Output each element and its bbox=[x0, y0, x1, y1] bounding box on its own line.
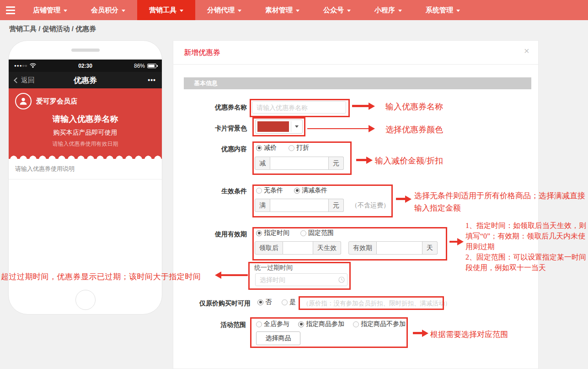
chevron-down-icon bbox=[296, 10, 299, 14]
top-nav: 店铺管理 会员积分 营销工具 分销代理 素材管理 公众号 小程序 系统管理 bbox=[0, 0, 588, 20]
wifi-icon bbox=[30, 63, 36, 68]
radio-icon bbox=[300, 230, 306, 236]
radio-specified-products[interactable]: 指定商品参加 bbox=[298, 320, 344, 328]
radio-specified-time[interactable]: 指定时间 bbox=[256, 229, 289, 237]
annotation-expire: 超过过期时间，优惠券显示已过期；该时间大于指定时间 bbox=[1, 271, 201, 282]
coupon-name-input[interactable] bbox=[252, 101, 346, 114]
annotation-arrow-validity bbox=[449, 241, 457, 243]
nav-item-marketing[interactable]: 营销工具 bbox=[137, 0, 195, 20]
store-name: 爱可罗会员店 bbox=[36, 97, 77, 106]
suffix-yuan: 元 bbox=[329, 199, 344, 212]
annotation-arrow-color bbox=[307, 128, 369, 129]
radio-fixed-range[interactable]: 固定范围 bbox=[300, 229, 334, 237]
reduce-amount-input[interactable] bbox=[270, 157, 329, 170]
annotation-arrow-content bbox=[356, 159, 366, 161]
color-picker-dropdown[interactable] bbox=[255, 119, 303, 134]
radio-icon bbox=[289, 145, 294, 151]
radio-discount[interactable]: 打折 bbox=[289, 144, 309, 152]
store-avatar bbox=[15, 93, 32, 109]
phone-status-bar: ●●●○○ 02:30 86% bbox=[9, 60, 162, 72]
annotation-color: 选择优惠券颜色 bbox=[385, 124, 443, 135]
annotation-arrow-scope bbox=[413, 332, 422, 334]
original-price-radios: 否 是 bbox=[257, 298, 296, 306]
chevron-left-icon bbox=[14, 77, 20, 83]
annotation-validity-line2: 2、固定范围：可以设置指定某一时间段使用，例如双十一当天 bbox=[465, 252, 587, 273]
nav-item-material[interactable]: 素材管理 bbox=[253, 0, 311, 20]
radio-excluded-products[interactable]: 指定商品不参加 bbox=[353, 320, 406, 328]
original-price-label: 仅原价购买时可用 bbox=[178, 299, 251, 308]
chevron-down-icon bbox=[291, 125, 302, 129]
radio-icon bbox=[294, 188, 300, 194]
hamburger-icon[interactable] bbox=[0, 0, 21, 20]
validity-radios: 指定时间 固定范围 bbox=[256, 229, 334, 237]
suffix-yuan: 元 bbox=[329, 157, 344, 170]
annotation-arrow-name bbox=[352, 105, 369, 107]
radio-icon bbox=[256, 321, 262, 327]
annotation-arrow-condition bbox=[396, 198, 405, 200]
radio-icon bbox=[282, 299, 288, 305]
signal-dots: ●●●○○ bbox=[14, 64, 27, 68]
shipping-note: （不含运费） bbox=[351, 201, 390, 210]
person-icon bbox=[18, 96, 28, 106]
original-price-hint: （原价指：没有参加会员折扣、限时折扣、满减活动） bbox=[303, 299, 451, 308]
phone-nav-bar: 返回 优惠券 ••• bbox=[9, 72, 162, 88]
threshold-amount-input[interactable] bbox=[270, 199, 329, 212]
radio-icon bbox=[256, 188, 262, 194]
threshold-amount-group: 满 元 bbox=[255, 199, 344, 212]
panel-title: 新增优惠券 bbox=[184, 48, 220, 58]
page: 店铺管理 会员积分 营销工具 分销代理 素材管理 公众号 小程序 系统管理 营销… bbox=[0, 0, 588, 369]
divider bbox=[173, 64, 538, 65]
coupon-date-hint-preview: 请输入优惠券使用有效日期 bbox=[15, 140, 155, 148]
radio-threshold-condition[interactable]: 满减条件 bbox=[294, 186, 327, 195]
breadcrumb: 营销工具 / 促销活动 / 优惠券 bbox=[9, 25, 96, 33]
coupon-title-preview: 请输入优惠券名称 bbox=[15, 114, 155, 125]
suffix-day: 天 bbox=[422, 241, 438, 255]
radio-no-condition[interactable]: 无条件 bbox=[256, 186, 283, 195]
select-products-button[interactable]: 选择商品 bbox=[256, 331, 300, 345]
phone-screen: ●●●○○ 02:30 86% 返回 优惠券 bbox=[9, 60, 162, 179]
battery-icon bbox=[147, 64, 156, 68]
battery-percent: 86% bbox=[134, 63, 145, 69]
radio-icon bbox=[256, 145, 262, 151]
radio-whole-store[interactable]: 全店参与 bbox=[256, 320, 289, 328]
annotation-arrow-expire bbox=[221, 274, 248, 276]
nav-item-system[interactable]: 系统管理 bbox=[414, 0, 472, 20]
nav-item-distribution[interactable]: 分销代理 bbox=[195, 0, 253, 20]
radio-no[interactable]: 否 bbox=[257, 298, 272, 306]
expire-time-input[interactable] bbox=[255, 273, 347, 286]
nav-item-official-account[interactable]: 公众号 bbox=[311, 0, 363, 20]
chevron-down-icon bbox=[180, 10, 183, 14]
reduce-amount-group: 减 元 bbox=[255, 157, 344, 170]
phone-back-button: 返回 bbox=[15, 76, 47, 85]
nav-item-mini-program[interactable]: 小程序 bbox=[363, 0, 414, 20]
section-basic-info: 基本信息 bbox=[184, 77, 531, 89]
card-color-label: 卡片背景色 bbox=[178, 125, 247, 133]
prefix-man: 满 bbox=[255, 199, 270, 212]
days-to-activate-input[interactable] bbox=[283, 241, 313, 255]
nav-item-points[interactable]: 会员积分 bbox=[79, 0, 137, 20]
annotation-condition: 选择无条件则适用于所有价格商品；选择满减直接输入指定金额 bbox=[414, 190, 588, 214]
condition-radios: 无条件 满减条件 bbox=[256, 186, 327, 195]
coupon-name-label: 优惠券名称 bbox=[178, 103, 247, 112]
chevron-down-icon bbox=[398, 10, 402, 14]
close-icon[interactable]: × bbox=[524, 46, 529, 55]
valid-days-input[interactable] bbox=[377, 241, 422, 255]
phone-speaker bbox=[71, 49, 100, 52]
home-button bbox=[75, 290, 96, 310]
clock-icon bbox=[338, 277, 345, 285]
chevron-down-icon bbox=[64, 10, 67, 14]
radio-icon bbox=[353, 321, 359, 327]
annotation-name: 输入优惠券名称 bbox=[385, 101, 443, 112]
radio-icon bbox=[257, 299, 263, 305]
days-to-activate-group: 领取后 天生效 bbox=[255, 241, 341, 255]
radio-yes[interactable]: 是 bbox=[282, 298, 296, 306]
coupon-subtitle-preview: 购买本店产品即可使用 bbox=[15, 129, 155, 137]
chevron-down-icon bbox=[347, 10, 351, 14]
color-swatch bbox=[257, 121, 289, 132]
nav-item-shop[interactable]: 店铺管理 bbox=[21, 0, 79, 20]
coupon-usage-note-preview: 请输入优惠券使用说明 bbox=[9, 159, 162, 179]
prefix-after-claim: 领取后 bbox=[255, 241, 283, 255]
radio-reduce-price[interactable]: 减价 bbox=[256, 144, 277, 152]
chevron-down-icon bbox=[238, 10, 241, 14]
valid-days-group: 有效期 天 bbox=[348, 241, 438, 255]
